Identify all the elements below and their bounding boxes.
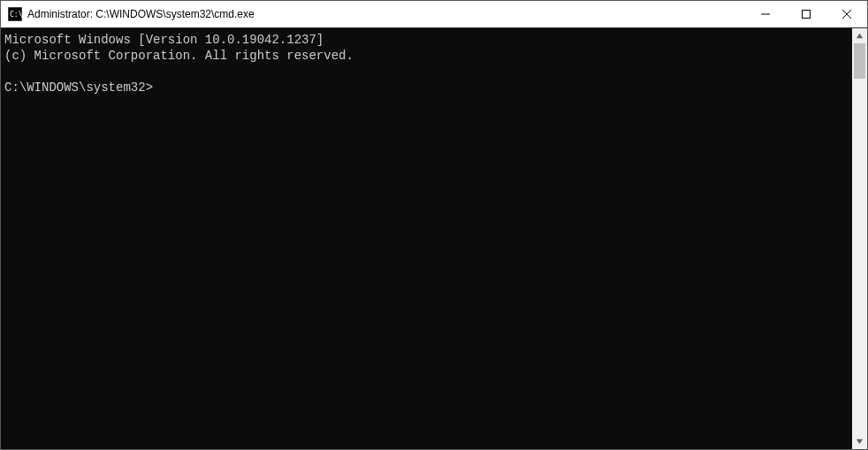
vertical-scrollbar[interactable]	[852, 28, 867, 449]
svg-text:C:\: C:\	[10, 11, 22, 19]
scroll-down-arrow[interactable]	[852, 434, 867, 449]
svg-marker-6	[857, 34, 863, 38]
scroll-track[interactable]	[852, 43, 867, 434]
command-prompt-window: C:\ Administrator: C:\WINDOWS\system32\c…	[0, 0, 868, 450]
close-button[interactable]	[826, 1, 867, 27]
maximize-button[interactable]	[786, 1, 826, 27]
copyright-line: (c) Microsoft Corporation. All rights re…	[4, 49, 354, 63]
scroll-up-arrow[interactable]	[852, 28, 867, 43]
svg-marker-7	[857, 439, 863, 444]
terminal-output[interactable]: Microsoft Windows [Version 10.0.19042.12…	[1, 28, 852, 449]
window-title: Administrator: C:\WINDOWS\system32\cmd.e…	[27, 8, 745, 20]
version-line: Microsoft Windows [Version 10.0.19042.12…	[4, 33, 324, 47]
minimize-button[interactable]	[745, 1, 786, 27]
prompt-line: C:\WINDOWS\system32>	[4, 80, 153, 95]
scroll-thumb[interactable]	[854, 43, 865, 79]
svg-rect-3	[803, 11, 811, 19]
titlebar[interactable]: C:\ Administrator: C:\WINDOWS\system32\c…	[1, 1, 867, 27]
terminal-area: Microsoft Windows [Version 10.0.19042.12…	[1, 27, 867, 449]
cmd-icon: C:\	[8, 7, 22, 21]
window-controls	[745, 1, 867, 27]
